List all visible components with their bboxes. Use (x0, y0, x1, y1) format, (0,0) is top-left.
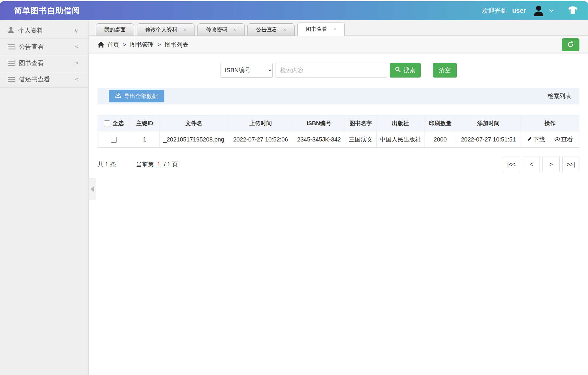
tab-announcements[interactable]: 公告查看 × (247, 23, 295, 36)
search-button-label: 搜索 (404, 66, 415, 74)
close-icon[interactable]: × (183, 24, 186, 36)
theme-tshirt-icon[interactable] (568, 6, 578, 15)
sidebar-item-books[interactable]: 图书查看 > (0, 55, 88, 71)
search-field-select[interactable]: ISBN编号 (221, 63, 273, 78)
tab-label: 我的桌面 (104, 24, 126, 36)
row-checkbox[interactable] (111, 137, 117, 143)
table-row: 1 _20210517195208.png 2022-07-27 10:52:0… (98, 131, 579, 148)
row-id: 1 (130, 131, 160, 148)
last-page-button[interactable]: >>| (562, 157, 579, 172)
home-icon (98, 42, 104, 49)
menu-icon (8, 77, 15, 82)
app-window: 简单图书自助借阅 欢迎光临 user 个人资料 ∨ (0, 1, 588, 375)
tab-my-desktop[interactable]: 我的桌面 (96, 23, 134, 36)
breadcrumb-separator: > (158, 41, 161, 48)
chevron-left-icon: < (75, 44, 78, 50)
close-icon[interactable]: × (333, 23, 336, 35)
row-print-count: 2000 (425, 131, 456, 148)
menu-icon (8, 44, 15, 49)
clear-button[interactable]: 清空 (433, 63, 457, 78)
breadcrumb-home[interactable]: 首页 (107, 41, 119, 49)
pager-buttons: |<< < > >>| (503, 157, 579, 172)
chevron-right-icon: > (75, 60, 78, 66)
username-text: user (512, 7, 526, 15)
sidebar-item-label: 图书查看 (19, 59, 44, 67)
sidebar-item-profile[interactable]: 个人资料 ∨ (0, 22, 88, 39)
prev-page-button[interactable]: < (523, 157, 540, 172)
select-all-header: 全选 (98, 115, 130, 131)
download-link[interactable]: 下载 (527, 136, 545, 144)
search-area: ISBN编号 搜索 清空 (89, 63, 588, 78)
first-page-button[interactable]: |<< (503, 157, 520, 172)
triangle-left-icon (90, 186, 94, 192)
row-publisher: 中国人民出版社 (377, 131, 425, 148)
search-input[interactable] (276, 63, 387, 78)
breadcrumb-book-management[interactable]: 图书管理 (130, 41, 154, 49)
tab-label: 公告查看 (256, 24, 277, 36)
column-header-isbn: ISBN编号 (293, 115, 345, 131)
app-title: 简单图书自助借阅 (0, 5, 80, 16)
sidebar-item-label: 公告查看 (19, 43, 44, 51)
search-button[interactable]: 搜索 (390, 63, 421, 78)
close-icon[interactable]: × (283, 24, 286, 36)
user-menu-chevron-down-icon[interactable] (549, 8, 554, 13)
row-add-time: 2022-07-27 10:51:51 (456, 131, 521, 148)
close-icon[interactable]: × (233, 24, 236, 36)
books-table: 全选 主键ID 文件名 上传时间 ISBN编号 图书名字 出版社 印刷数量 添加… (98, 115, 579, 148)
chevron-left-icon: < (75, 76, 78, 83)
chevron-down-icon: ∨ (74, 27, 78, 34)
search-icon (395, 67, 401, 74)
select-all-checkbox[interactable] (104, 120, 110, 126)
select-all-label: 全选 (113, 120, 124, 126)
current-page-text: 当前第 1 / 1 页 (136, 160, 178, 168)
main-content: 我的桌面 修改个人资料 × 修改密码 × 公告查看 × 图书查看 × (89, 20, 588, 375)
column-header-file-name: 文件名 (160, 115, 228, 131)
row-file-name: _20210517195208.png (160, 131, 228, 148)
user-icon (8, 26, 14, 35)
column-header-publisher: 出版社 (377, 115, 425, 131)
menu-icon (8, 61, 15, 66)
refresh-icon (567, 41, 574, 49)
refresh-button[interactable] (562, 38, 579, 51)
pagination: 共 1 条 当前第 1 / 1 页 |<< < > >>| (98, 157, 579, 172)
breadcrumb-separator: > (123, 41, 126, 48)
export-all-button[interactable]: 导出全部数据 (109, 90, 164, 102)
next-page-button[interactable]: > (542, 157, 560, 172)
pencil-icon (527, 136, 532, 143)
sidebar-collapse-handle[interactable] (89, 178, 96, 200)
sidebar-item-borrow-return[interactable]: 借还书查看 < (0, 71, 88, 88)
list-title: 检索列表 (547, 92, 571, 100)
download-link-label: 下载 (533, 136, 545, 144)
tab-label: 修改个人资料 (145, 24, 177, 36)
sidebar-item-announcements[interactable]: 公告查看 < (0, 39, 88, 55)
column-header-upload-time: 上传时间 (228, 115, 293, 131)
app-header: 简单图书自助借阅 欢迎光临 user (0, 1, 588, 20)
tab-bar: 我的桌面 修改个人资料 × 修改密码 × 公告查看 × 图书查看 × (89, 20, 588, 36)
breadcrumb-book-list[interactable]: 图书列表 (165, 41, 188, 49)
current-page-number: 1 (157, 161, 161, 168)
column-header-add-time: 添加时间 (456, 115, 521, 131)
row-book-name: 三国演义 (345, 131, 377, 148)
row-select-cell (98, 131, 130, 148)
download-icon (115, 93, 121, 100)
header-user-area: 欢迎光临 user (482, 5, 588, 17)
column-header-print-count: 印刷数量 (425, 115, 456, 131)
total-count-text: 共 1 条 (98, 160, 116, 168)
sidebar-item-label: 借还书查看 (19, 75, 50, 83)
user-avatar-icon[interactable] (533, 5, 544, 17)
table-header-row: 全选 主键ID 文件名 上传时间 ISBN编号 图书名字 出版社 印刷数量 添加… (98, 115, 579, 131)
eye-icon (554, 136, 560, 143)
tab-books-active[interactable]: 图书查看 × (297, 22, 345, 36)
sidebar: 个人资料 ∨ 公告查看 < 图书查看 > 借还书查看 < (0, 20, 89, 375)
current-page-prefix: 当前第 (136, 161, 154, 168)
total-pages-text: / 1 页 (164, 161, 178, 168)
tab-label: 图书查看 (306, 23, 327, 35)
row-upload-time: 2022-07-27 10:52:06 (228, 131, 293, 148)
column-header-operation: 操作 (521, 115, 579, 131)
view-link[interactable]: 查看 (554, 136, 573, 144)
tab-edit-profile[interactable]: 修改个人资料 × (137, 23, 195, 36)
column-header-book-name: 图书名字 (345, 115, 377, 131)
tab-change-password[interactable]: 修改密码 × (197, 23, 245, 36)
column-header-id: 主键ID (130, 115, 160, 131)
welcome-text: 欢迎光临 (482, 7, 507, 15)
